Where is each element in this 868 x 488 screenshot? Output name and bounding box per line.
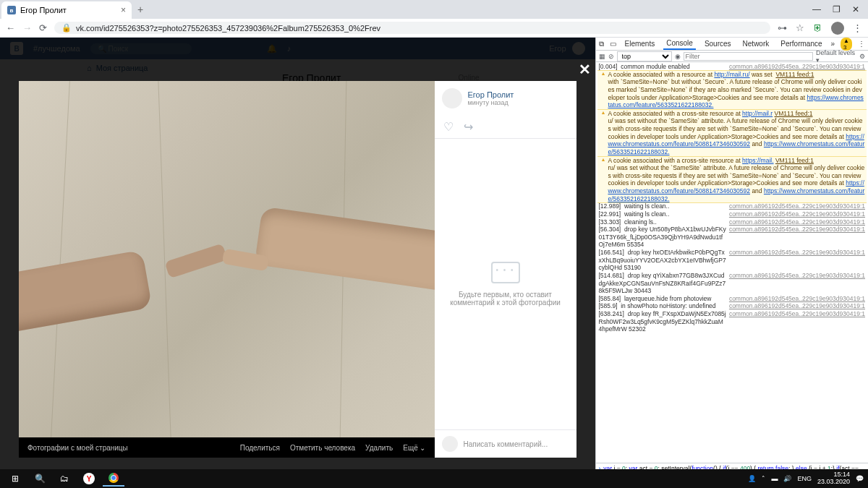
console-log-row: [33.303] cleaning ls..common.a896192d545… — [597, 218, 867, 226]
address-bar: ← → ⟳ 🔒 vk.com/id275526353?z=photo275526… — [0, 19, 868, 38]
share-link[interactable]: Поделиться — [240, 444, 280, 452]
reload-icon[interactable]: ⟳ — [39, 22, 47, 33]
vk-favicon: в — [7, 6, 16, 14]
browser-tab-strip: в Егор Пролит × + ― ❐ ✕ — [0, 0, 868, 19]
console-warning-row: A cookie associated with a cross-site re… — [597, 156, 867, 204]
modal-close-icon[interactable]: ✕ — [579, 61, 591, 78]
explorer-icon[interactable]: 🗂 — [54, 471, 75, 487]
tray-lang[interactable]: ENG — [797, 475, 812, 482]
photo-sidebar: Егор Пролит минуту назад ♡ ↪ Будьте перв… — [435, 81, 576, 458]
photo-time: минуту назад — [468, 99, 514, 106]
author-avatar-icon[interactable] — [442, 88, 462, 108]
tray-clock[interactable]: 15:14 23.03.2020 — [817, 471, 850, 486]
context-select[interactable]: top — [617, 51, 672, 61]
forward-icon[interactable]: → — [22, 22, 32, 33]
console-log-row: [585.9] in showPhoto noHistory: undefine… — [597, 302, 867, 310]
console-warning-row: A cookie associated with a resource at h… — [597, 70, 867, 110]
star-icon[interactable]: ☆ — [796, 22, 804, 33]
menu-icon[interactable]: ⋮ — [853, 22, 862, 33]
close-window-icon[interactable]: ✕ — [852, 4, 859, 14]
console-log-row: [0.004] common module enabledcommon.a896… — [597, 63, 867, 71]
sidebar-toggle-icon[interactable]: ▦ — [599, 53, 605, 60]
console-warning-row: A cookie associated with a cross-site re… — [597, 109, 867, 157]
device-icon[interactable]: ▭ — [610, 40, 616, 48]
tab-sources[interactable]: Sources — [702, 38, 734, 49]
yandex-icon[interactable]: Y — [78, 471, 100, 487]
console-filter-bar: ▦ ⊘ top ◉ Default levels ▾ ⚙ — [596, 51, 869, 62]
tray-network-icon[interactable]: ▬ — [771, 475, 778, 482]
tab-close-icon[interactable]: × — [121, 5, 126, 15]
console-log-row: [638.241] drop key fR_FXspXDaWjN5Ex7085j… — [597, 310, 867, 333]
profile-avatar-icon[interactable] — [831, 22, 844, 35]
maximize-icon[interactable]: ❐ — [833, 4, 841, 14]
like-icon[interactable]: ♡ — [443, 120, 454, 134]
console-log-row: [514.681] drop key qYiXabxn77GB8w3JXCudd… — [597, 272, 867, 295]
tabs-overflow-icon[interactable]: » — [831, 40, 835, 48]
new-tab-button[interactable]: + — [137, 4, 143, 15]
key-icon[interactable]: ⊶ — [778, 22, 787, 33]
empty-comments-text: Будьте первым, кто оставит комментарий к… — [446, 291, 565, 307]
comment-input[interactable]: Написать комментарий... — [464, 440, 548, 448]
tag-person-link[interactable]: Отметить человека — [290, 444, 355, 452]
console-log-row: [56.304] drop key Un508yP8bAX1bwUJvbFKy0… — [597, 226, 867, 249]
minimize-icon[interactable]: ― — [812, 4, 821, 14]
tab-network[interactable]: Network — [740, 38, 773, 49]
browser-tab[interactable]: в Егор Пролит × — [1, 1, 132, 19]
delete-link[interactable]: Удалить — [365, 444, 393, 452]
tray-up-icon[interactable]: ˄ — [762, 475, 765, 482]
lock-icon: 🔒 — [61, 23, 72, 33]
tab-console[interactable]: Console — [663, 38, 696, 50]
console-settings-icon[interactable]: ⚙ — [859, 53, 865, 60]
page-viewport: В #лучшедома 🔍 Поиск 🔔 ♪ Егор ⌂ Моя стра… — [0, 38, 595, 488]
console-log-row: [585.84] layerqueue.hide from photoviewc… — [597, 295, 867, 303]
console-log-row: [22.991] waiting ls clean..common.a89619… — [597, 210, 867, 218]
photo-image[interactable] — [19, 81, 435, 437]
tab-performance[interactable]: Performance — [778, 38, 825, 49]
tray-notifications-icon[interactable]: 💬 — [856, 475, 864, 482]
console-log-row: [12.989] waiting ls clean..common.a89619… — [597, 202, 867, 210]
search-button[interactable]: 🔍 — [29, 471, 51, 487]
photo-source-label: Фотографии с моей страницы — [27, 444, 128, 452]
more-link[interactable]: Ещё ⌄ — [403, 444, 425, 452]
tab-elements[interactable]: Elements — [622, 38, 658, 49]
back-icon[interactable]: ← — [6, 22, 15, 33]
url-input[interactable]: 🔒 vk.com/id275526353?z=photo275526353_45… — [54, 22, 770, 34]
chrome-icon[interactable] — [103, 471, 124, 487]
clear-console-icon[interactable]: ⊘ — [608, 53, 614, 60]
console-log-row: [166.541] drop key hxOEtArkbwikcP0bPQgTx… — [597, 249, 867, 272]
log-levels-select[interactable]: Default levels ▾ — [816, 49, 856, 64]
inspect-icon[interactable]: ⧉ — [599, 40, 604, 48]
start-button[interactable]: ⊞ — [4, 471, 26, 487]
url-text: vk.com/id275526353?z=photo275526353_4572… — [76, 24, 380, 33]
devtools-settings-icon[interactable]: ⋮ — [858, 40, 865, 48]
devtools-panel: ⧉ ▭ Elements Console Sources Network Per… — [595, 38, 869, 488]
eye-icon[interactable]: ◉ — [675, 53, 681, 60]
photo-modal: Фотографии с моей страницы Поделиться От… — [19, 81, 576, 458]
window-controls: ― ❐ ✕ — [812, 4, 868, 14]
author-name[interactable]: Егор Пролит — [468, 90, 514, 99]
tab-title: Егор Пролит — [20, 6, 67, 14]
console-log[interactable]: [0.004] common module enabledcommon.a896… — [596, 62, 869, 463]
shield-icon[interactable]: ⛨ — [813, 22, 822, 33]
filter-input[interactable] — [684, 52, 814, 61]
comment-avatar-icon — [442, 436, 458, 452]
empty-comments-icon — [491, 262, 520, 283]
photo-footer: Фотографии с моей страницы Поделиться От… — [19, 437, 435, 458]
tray-volume-icon[interactable]: 🔊 — [783, 475, 791, 482]
windows-taskbar: ⊞ 🔍 🗂 Y 👤 ˄ ▬ 🔊 ENG 15:14 23.03.2020 💬 — [0, 469, 868, 488]
share-icon[interactable]: ↪ — [464, 120, 473, 134]
tray-people-icon[interactable]: 👤 — [748, 475, 756, 482]
